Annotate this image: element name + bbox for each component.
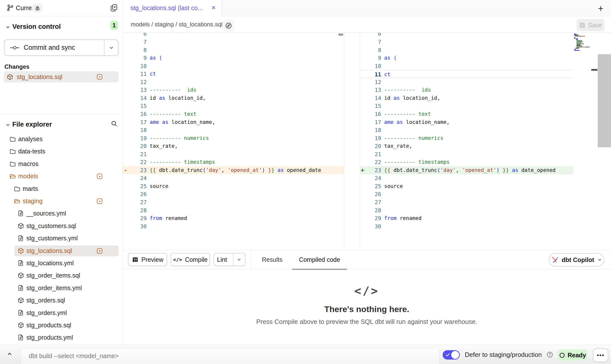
chevron-down-icon[interactable]	[5, 24, 11, 30]
code-line-29[interactable]: 29from renamed	[360, 214, 573, 222]
code-line-30[interactable]: 30	[360, 222, 573, 231]
file-tree-item-macros[interactable]: macros	[0, 158, 123, 170]
code-line-20[interactable]: 20tax_rate,	[360, 142, 573, 150]
code-line-28[interactable]: 28	[360, 206, 573, 215]
code-line-16[interactable]: 16---------- text	[360, 110, 573, 118]
file-tree-item-models[interactable]: models	[0, 170, 123, 182]
command-input[interactable]	[21, 348, 439, 364]
file-tree-item-stg_orders.yml[interactable]: stg_orders.yml	[0, 307, 123, 319]
minimap[interactable]	[574, 34, 592, 53]
dbt-copilot-button[interactable]: dbt Copilot	[549, 253, 604, 266]
chevron-down-icon[interactable]	[5, 122, 11, 128]
code-line-6[interactable]: 6	[360, 33, 573, 38]
code-line-23[interactable]: -23{{ dbt.date_trunc('day', 'opened_at')…	[123, 166, 344, 174]
code-line-15[interactable]: 15	[360, 102, 573, 110]
code-line-22[interactable]: 22---------- timestamps	[360, 158, 573, 166]
code-line-11[interactable]: 11ct	[123, 70, 344, 78]
close-icon[interactable]: ×	[211, 3, 216, 12]
code-line-18[interactable]: 18	[123, 126, 344, 134]
file-tree-item-stg_customers.yml[interactable]: stg_customers.yml	[0, 232, 123, 245]
ide-status-badge[interactable]: Ready	[558, 350, 587, 361]
file-tree-item-stg_customers.sql[interactable]: stg_customers.sql	[0, 220, 123, 232]
code-line-22[interactable]: 22---------- timestamps	[123, 158, 344, 166]
tab-compiled-code[interactable]: Compiled code	[292, 250, 347, 269]
code-line-14[interactable]: 14id as location_id,	[360, 94, 573, 102]
tab-results[interactable]: Results	[257, 250, 287, 269]
compile-button[interactable]: </> Compile	[171, 253, 210, 266]
code-line-18[interactable]: 18	[360, 126, 573, 134]
code-line-29[interactable]: 29from renamed	[123, 214, 344, 222]
code-line-10[interactable]: 10	[123, 62, 344, 70]
code-line-8[interactable]: 8	[123, 46, 344, 54]
code-line-13[interactable]: 13---------- ids	[123, 86, 344, 94]
changed-file-row[interactable]: stg_locations.sql	[4, 71, 119, 83]
code-line-9[interactable]: 9as (	[123, 54, 344, 62]
editor-drag-handle[interactable]	[172, 27, 187, 33]
code-line-17[interactable]: 17ame as location_name,	[123, 118, 344, 126]
code-line-12[interactable]: 12	[360, 78, 573, 86]
version-control-title[interactable]: Version control	[12, 23, 61, 31]
tab-stg-locations[interactable]: stg_locations.sql (last co... ×	[123, 0, 221, 17]
code-line-7[interactable]: 7	[360, 38, 573, 46]
file-tree-item-stg_locations.yml[interactable]: stg_locations.yml	[0, 257, 123, 269]
commit-options-dropdown[interactable]	[104, 40, 118, 55]
new-tab-button[interactable]: +	[595, 3, 606, 14]
lint-button[interactable]: Lint	[214, 253, 245, 266]
code-line-30[interactable]: 30	[123, 222, 344, 231]
code-line-25[interactable]: 25source	[360, 182, 573, 190]
file-tree-item-stg_order_items.yml[interactable]: stg_order_items.yml	[0, 282, 123, 294]
file-tree-item-stg_orders.sql[interactable]: stg_orders.sql	[0, 294, 123, 307]
preview-button[interactable]: Preview	[128, 253, 167, 266]
search-icon[interactable]	[110, 120, 118, 127]
code-line-27[interactable]: 27	[123, 198, 344, 206]
more-options-button[interactable]: •••	[593, 348, 608, 362]
code-line-19[interactable]: 19---------- numerics	[123, 134, 344, 142]
code-line-9[interactable]: 9as (	[360, 54, 573, 62]
file-tree-item-data-tests[interactable]: data-tests	[0, 145, 123, 158]
code-line-20[interactable]: 20tax_rate,	[123, 142, 344, 150]
file-tree-item-stg_locations.sql[interactable]: stg_locations.sql	[0, 245, 123, 257]
lineage-compass-icon[interactable]	[223, 20, 234, 32]
commit-and-sync-button[interactable]: Commit and sync	[4, 39, 119, 56]
code-line-24[interactable]: 24	[360, 174, 573, 182]
help-icon[interactable]	[546, 351, 553, 358]
editor-scrollbar-thumb[interactable]	[598, 54, 611, 147]
code-line-11[interactable]: 11ct	[360, 70, 573, 78]
copy-documents-icon[interactable]	[110, 4, 118, 12]
file-tree-item-__sources.yml[interactable]: __sources.yml	[0, 207, 123, 220]
code-line-13[interactable]: 13---------- ids	[360, 86, 573, 94]
lint-options-dropdown[interactable]	[233, 253, 245, 266]
code-line-7[interactable]: 7	[123, 38, 344, 46]
file-tree-item-stg_products.sql[interactable]: stg_products.sql	[0, 319, 123, 331]
pane-scrollbar-thumb[interactable]	[591, 69, 597, 71]
code-line-14[interactable]: 14id as location_id,	[123, 94, 344, 102]
code-line-24[interactable]: 24	[123, 174, 344, 182]
file-explorer-title[interactable]: File explorer	[12, 121, 52, 128]
defer-toggle[interactable]	[443, 350, 460, 360]
file-tree-item-stg_order_items.sql[interactable]: stg_order_items.sql	[0, 269, 123, 282]
code-line-12[interactable]: 12	[123, 78, 344, 86]
chevron-up-icon[interactable]	[6, 350, 13, 358]
code-line-26[interactable]: 26	[360, 190, 573, 198]
code-line-19[interactable]: 19---------- numerics	[360, 134, 573, 142]
code-diff-editor[interactable]: 6789as (1011ct1213---------- ids14id as …	[123, 33, 611, 250]
code-line-16[interactable]: 16---------- text	[123, 110, 344, 118]
code-line-21[interactable]: 21	[123, 150, 344, 158]
code-line-17[interactable]: 17ame as location_name,	[360, 118, 573, 126]
diff-pane-original[interactable]: 6789as (1011ct1213---------- ids14id as …	[123, 33, 344, 250]
code-line-6[interactable]: 6	[123, 33, 344, 38]
file-tree-item-marts[interactable]: marts	[0, 183, 123, 195]
file-tree-item-staging[interactable]: staging	[0, 195, 123, 207]
file-tree-item-analyses[interactable]: analyses	[0, 133, 123, 145]
code-line-15[interactable]: 15	[123, 102, 344, 110]
code-line-21[interactable]: 21	[360, 150, 573, 158]
code-line-23[interactable]: +23{{ dbt.date_trunc('day', 'opened_at')…	[360, 166, 573, 174]
code-line-28[interactable]: 28	[123, 206, 344, 215]
code-line-25[interactable]: 25source	[123, 182, 344, 190]
code-line-10[interactable]: 10	[360, 62, 573, 70]
diff-pane-modified[interactable]: 6789as (1011ct1213---------- ids14id as …	[360, 33, 573, 250]
save-button[interactable]: Save	[576, 19, 605, 31]
code-line-26[interactable]: 26	[123, 190, 344, 198]
code-line-8[interactable]: 8	[360, 46, 573, 54]
code-line-27[interactable]: 27	[360, 198, 573, 206]
